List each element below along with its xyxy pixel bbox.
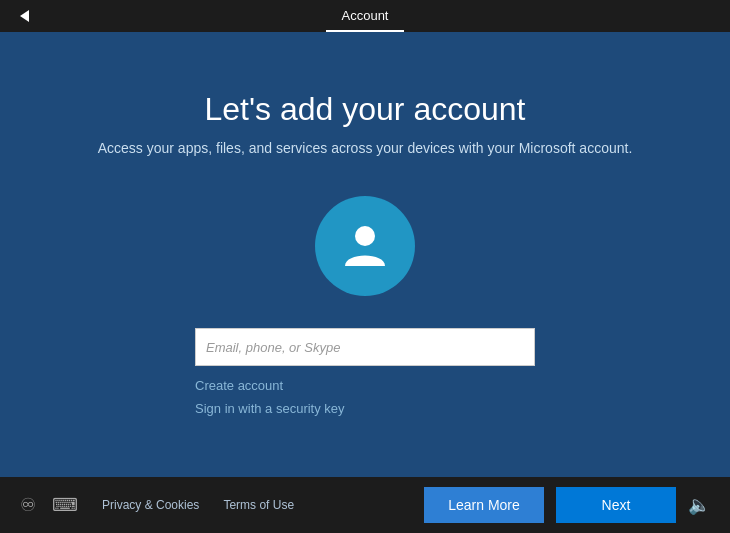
create-account-link[interactable]: Create account [195,376,535,395]
back-button[interactable] [12,4,36,28]
learn-more-button[interactable]: Learn More [424,487,544,523]
back-arrow-icon [20,10,29,22]
privacy-cookies-link[interactable]: Privacy & Cookies [102,498,199,512]
bottom-icons-left: ♾ ⌨ [20,494,78,516]
account-tab[interactable]: Account [326,0,405,32]
page-title: Let's add your account [205,91,526,128]
bottom-left: ♾ ⌨ Privacy & Cookies Terms of Use [20,494,294,516]
bottom-right: Learn More Next 🔈 [424,487,710,523]
accessibility-icon[interactable]: ♾ [20,494,36,516]
user-icon [337,216,393,276]
links-area: Create account Sign in with a security k… [195,376,535,418]
account-tab-label: Account [342,8,389,23]
next-button[interactable]: Next [556,487,676,523]
volume-icon[interactable]: 🔈 [688,494,710,516]
security-key-link[interactable]: Sign in with a security key [195,399,535,418]
tab-area: Account [326,0,405,32]
avatar [315,196,415,296]
svg-point-0 [355,226,375,246]
main-content: Let's add your account Access your apps,… [0,32,730,477]
page-subtitle: Access your apps, files, and services ac… [98,140,633,156]
terms-of-use-link[interactable]: Terms of Use [223,498,294,512]
top-bar: Account [0,0,730,32]
keyboard-icon[interactable]: ⌨ [52,494,78,516]
email-input[interactable] [195,328,535,366]
bottom-bar: ♾ ⌨ Privacy & Cookies Terms of Use Learn… [0,477,730,533]
